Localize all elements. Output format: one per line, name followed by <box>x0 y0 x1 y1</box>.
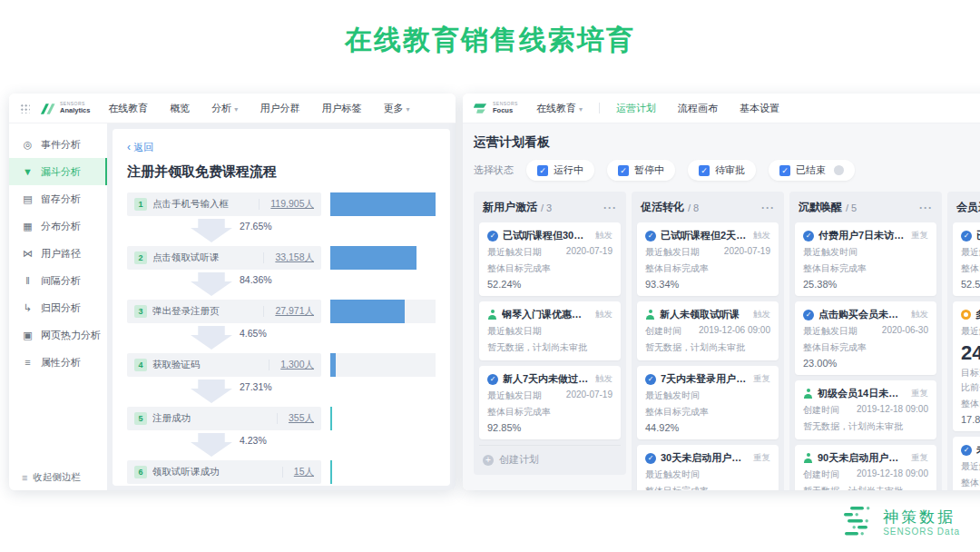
plan-card[interactable]: 多... 最近触发时间 24. 目标完成率 比前一天 整体目标完成率 17.88… <box>953 301 980 431</box>
column-title: 会员运营 <box>956 200 980 215</box>
step-count-link[interactable]: 33,158人 <box>275 251 314 264</box>
sidebar-item-distribution-analysis[interactable]: ▦ 分布分析 <box>9 212 107 240</box>
no-data-note: 暂无数据，计划尚未审批 <box>803 485 928 490</box>
column-count: / 3 <box>541 202 552 213</box>
step-count-link[interactable]: 1,300人 <box>280 359 314 371</box>
filter-running[interactable]: 运行中 <box>526 160 594 181</box>
sidebar-item-retention-analysis[interactable]: ▤ 留存分析 <box>9 185 107 212</box>
column-count: / 8 <box>688 202 699 213</box>
nav-item-overview[interactable]: 概览 <box>170 102 190 115</box>
funnel-step-2[interactable]: 2 点击领取试听课 33,158人 <box>127 246 321 270</box>
brand-line2: Focus <box>493 107 518 114</box>
sidebar-item-label: 留存分析 <box>41 192 81 206</box>
no-data-note: 暂无数据，计划尚未审批 <box>803 420 928 433</box>
completion-rate: 25.38% <box>803 279 928 290</box>
nav-item-project[interactable]: 在线教育 <box>536 102 583 115</box>
nav-item-project[interactable]: 在线教育 <box>108 102 148 115</box>
plan-card[interactable]: 新人7天内未做过练习 触发 最近触发日期2020-07-19 整体目标完成率 9… <box>479 366 621 439</box>
sidebar-item-label: 间隔分析 <box>41 274 81 288</box>
kanban-column-silent-wakeup: 沉默唤醒 / 5 付费用户7日未访问唤醒 重复 最近触发时间 整体目标完成率 2… <box>789 192 942 490</box>
sidebar-item-event-analysis[interactable]: ◎ 事件分析 <box>9 131 107 158</box>
filter-paused[interactable]: 暂停中 <box>607 160 675 181</box>
funnel-bar <box>330 192 436 216</box>
plan-card[interactable]: 初级会员14日未访问唤醒 重复 创建时间2019-12-18 09:00 暂无数… <box>795 380 936 439</box>
plan-card[interactable]: 钢琴入门课优惠促购 触发 最近触发日期 暂无数据，计划尚未审批 <box>479 301 621 360</box>
create-plan-button[interactable]: 创建计划 <box>479 445 621 469</box>
column-more-icon[interactable] <box>919 202 933 214</box>
back-link[interactable]: 返回 <box>127 141 153 154</box>
focus-window: SENSORS Focus 在线教育 运营计划 流程画布 基本设置 运营计划看板… <box>463 94 980 490</box>
sidebar-item-web-heatmap-analysis[interactable]: ▣ 网页热力分析 <box>9 321 107 349</box>
brand-line2: Analytics <box>60 107 90 114</box>
step-count-link[interactable]: 27,971人 <box>275 305 314 318</box>
funnel-title: 注册并领取免费课程流程 <box>127 163 436 181</box>
board-title: 运营计划看板 <box>474 134 980 151</box>
collapse-sidebar-button[interactable]: 收起侧边栏 <box>22 471 81 484</box>
nav-item-analysis[interactable]: 分析 <box>211 102 238 115</box>
filter-finished[interactable]: 已结束 <box>769 160 855 181</box>
plan-type-tag: 重复 <box>753 452 770 464</box>
checkbox-checked-icon[interactable] <box>537 165 548 176</box>
plan-card[interactable]: 新人未领取试听课 触发 创建时间2019-12-06 09:00 暂无数据，计划… <box>637 301 779 360</box>
funnel-step-row: 2 点击领取试听课 33,158人 <box>127 246 436 270</box>
check-circle-icon <box>961 231 972 242</box>
nav-item-segments[interactable]: 用户分群 <box>260 102 299 115</box>
distribution-analysis-icon: ▦ <box>22 221 34 232</box>
app-launcher-icon[interactable] <box>20 104 30 113</box>
step-count-link[interactable]: 355人 <box>289 412 314 425</box>
check-circle-icon <box>961 445 972 456</box>
nav-item-basic-settings[interactable]: 基本设置 <box>740 102 779 115</box>
checkbox-checked-icon[interactable] <box>699 165 710 176</box>
user-icon <box>487 310 497 320</box>
funnel-bar <box>330 407 332 430</box>
sidebar-item-funnel-analysis[interactable]: ▼ 漏斗分析 <box>9 158 107 185</box>
nav-item-flow-canvas[interactable]: 流程画布 <box>678 102 718 115</box>
funnel-step-6[interactable]: 6 领取试听课成功 15人 <box>127 460 321 484</box>
nav-item-operation-plan[interactable]: 运营计划 <box>616 102 656 115</box>
plan-card[interactable]: 90天未启动用户短信唤醒 重复 创建时间2019-12-18 09:00 暂无数… <box>795 445 936 490</box>
checkbox-checked-icon[interactable] <box>618 165 629 176</box>
plan-card[interactable]: 付费用户7日未访问唤醒 重复 最近触发时间 整体目标完成率 25.38% <box>795 222 936 296</box>
plan-card[interactable]: 已试听课程但2天内未... 触发 最近触发日期2020-07-19 整体目标完成… <box>637 222 779 296</box>
funnel-step-1[interactable]: 1 点击手机号输入框 119,905人 <box>127 192 321 216</box>
plan-card[interactable]: 30天未启动用户短信唤醒 重复 最近触发时间 整体目标完成率 策略组 35.70… <box>637 445 779 490</box>
info-icon[interactable] <box>834 165 844 175</box>
analytics-window: SENSORS Analytics 在线教育 概览 分析 用户分群 用户标签 更… <box>9 94 456 490</box>
plan-card[interactable]: 已试听... 最近触发时间 整体目标完成率 52.56% <box>953 222 980 296</box>
sidebar-item-interval-analysis[interactable]: ‖ 间隔分析 <box>9 267 107 294</box>
filter-pending[interactable]: 待审批 <box>688 160 756 181</box>
sidebar-item-label: 事件分析 <box>41 138 81 152</box>
sidebar-item-attribution-analysis[interactable]: ↳ 归因分析 <box>9 294 107 321</box>
plan-card[interactable]: 7天内未登录用户APP... 重复 最近触发时间 整体目标完成率 44.92% <box>637 366 779 439</box>
plan-card[interactable]: 点击购买会员未支付 触发 最近触发日期2020-06-30 整体目标完成率 23… <box>795 301 936 375</box>
checkbox-checked-icon[interactable] <box>779 165 790 176</box>
column-count: / 5 <box>846 202 857 213</box>
no-data-note: 暂无数据，计划尚未审批 <box>487 341 612 354</box>
conversion-rate: 27.31% <box>240 381 272 392</box>
plan-card[interactable]: 已试听课程但30分钟内... 触发 最近触发日期2020-07-19 整体目标完… <box>479 222 621 296</box>
plan-card[interactable]: 未... 最近触发时间 整体目标完成率 46.17% <box>953 437 980 490</box>
focus-top-nav: SENSORS Focus 在线教育 运营计划 流程画布 基本设置 <box>463 94 980 123</box>
attribution-analysis-icon: ↳ <box>22 302 34 314</box>
brand-name-en: SENSORS Data <box>883 527 960 537</box>
plan-type-tag: 重复 <box>911 452 928 464</box>
column-more-icon[interactable] <box>603 202 617 214</box>
funnel-step-5[interactable]: 5 注册成功 355人 <box>127 407 321 430</box>
focus-logo: SENSORS Focus <box>474 102 518 115</box>
conversion-arrow-icon <box>191 219 232 242</box>
sidebar-item-user-path[interactable]: ⋈ 用户路径 <box>9 240 107 267</box>
funnel-step-3[interactable]: 3 弹出登录注册页 27,971人 <box>127 300 321 323</box>
funnel-step-4[interactable]: 4 获取验证码 1,300人 <box>127 353 321 377</box>
sidebar-item-attribute-analysis[interactable]: ≡ 属性分析 <box>9 349 107 376</box>
plan-type-tag: 重复 <box>911 388 928 399</box>
column-more-icon[interactable] <box>761 202 775 214</box>
step-number-badge: 3 <box>134 305 147 318</box>
event-analysis-icon: ◎ <box>22 139 34 151</box>
conversion-rate: 4.23% <box>240 435 267 446</box>
step-count-link[interactable]: 119,905人 <box>270 198 314 211</box>
sidebar-item-label: 属性分析 <box>41 356 81 370</box>
step-count-link[interactable]: 15人 <box>294 466 314 478</box>
nav-item-tags[interactable]: 用户标签 <box>321 102 361 115</box>
sidebar-item-label: 分布分析 <box>41 220 81 233</box>
nav-item-more[interactable]: 更多 <box>383 102 409 115</box>
